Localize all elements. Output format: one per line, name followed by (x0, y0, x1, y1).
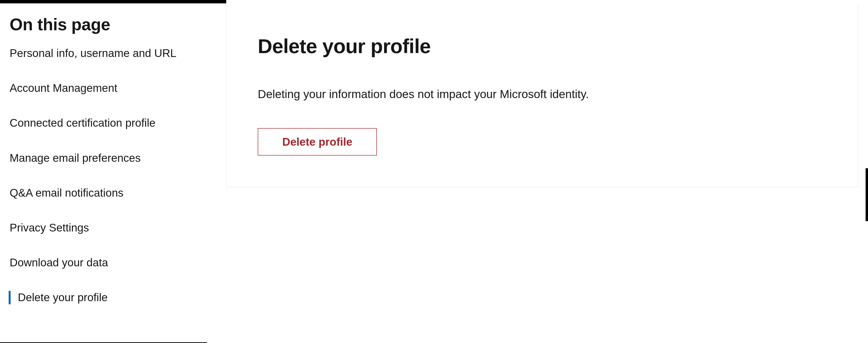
sidebar-topbar (0, 0, 226, 3)
main-content: Delete your profile Deleting your inform… (226, 0, 868, 343)
delete-profile-card: Delete your profile Deleting your inform… (226, 3, 858, 187)
sidebar-content: On this page Personal info, username and… (0, 3, 226, 304)
sidebar-nav: Personal info, username and URL Account … (10, 47, 217, 304)
right-edge-marker (866, 168, 868, 221)
sidebar-item-privacy-settings[interactable]: Privacy Settings (10, 221, 217, 234)
sidebar-heading: On this page (10, 15, 217, 34)
sidebar-item-personal-info[interactable]: Personal info, username and URL (10, 47, 217, 60)
sidebar-item-manage-email-preferences[interactable]: Manage email preferences (10, 151, 217, 165)
page-description: Deleting your information does not impac… (258, 87, 827, 102)
sidebar-item-download-your-data[interactable]: Download your data (10, 256, 217, 269)
delete-profile-button[interactable]: Delete profile (258, 128, 377, 156)
sidebar-item-delete-your-profile[interactable]: Delete your profile (9, 291, 217, 304)
page-title: Delete your profile (258, 35, 827, 58)
sidebar-item-qa-email-notifications[interactable]: Q&A email notifications (10, 186, 217, 200)
sidebar-item-connected-certification[interactable]: Connected certification profile (10, 116, 217, 130)
sidebar-item-account-management[interactable]: Account Management (10, 81, 217, 95)
sidebar: On this page Personal info, username and… (0, 0, 226, 343)
